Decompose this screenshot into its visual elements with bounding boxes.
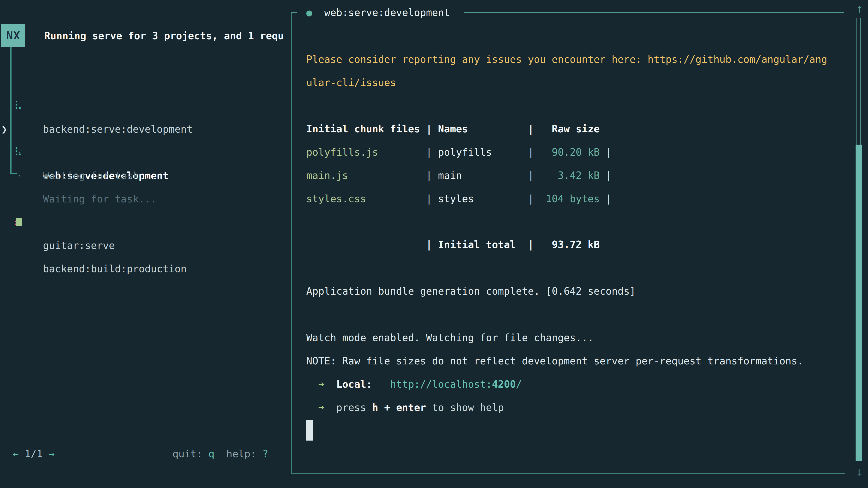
task-label: backend:build:production [43, 257, 187, 281]
sidebar-item-backend-serve[interactable]: ⠧ backend:serve:development [0, 71, 291, 94]
panel-top-border-right [464, 12, 844, 13]
col-header-files: Initial chunk files [306, 117, 426, 140]
table-row: styles.css| styles| 104 bytes | [306, 187, 612, 210]
app-header-text: Running serve for 3 projects, and 1 requ [44, 24, 284, 47]
keyboard-hints: quit: q help: ? [173, 442, 268, 465]
pagination: ← 1/1 → [13, 442, 55, 465]
chunk-file: styles.css [306, 187, 426, 210]
help-hint-label: help: [214, 448, 262, 459]
sidebar-item-guitar-serve[interactable]: ✕ guitar:serve [0, 187, 291, 210]
watch-mode-message: Watch mode enabled. Watching for file ch… [306, 326, 594, 349]
angular-notice-line1: Please consider reporting any issues you… [306, 48, 827, 71]
task-label: guitar:serve [43, 234, 115, 257]
table-row: main.js| main| 3.42 kB | [306, 164, 612, 187]
table-row: polyfills.js| polyfills| 90.20 kB | [306, 140, 612, 164]
task-sidebar: NX Running serve for 3 projects, and 1 r… [0, 0, 291, 488]
initial-total-row: | Initial total| 93.72 kB [306, 233, 600, 256]
waiting-dot-icon: · [16, 164, 22, 187]
col-header-size: Raw size [540, 117, 600, 140]
port-number: 4200 [492, 379, 516, 390]
sidebar-item-backend-build[interactable]: backend:build:production [0, 210, 291, 234]
help-hint-line: ➜ press h + enter to show help [306, 396, 504, 419]
scrollbar-track[interactable] [857, 18, 861, 144]
chunk-file: polyfills.js [306, 140, 426, 164]
scrollbar-thumb[interactable] [856, 144, 862, 461]
sidebar-item-web-serve[interactable]: ❯ ⠧ web:serve:development [0, 94, 291, 118]
bundle-complete-message: Application bundle generation complete. … [306, 280, 636, 303]
chunk-size: 3.42 kB [540, 164, 600, 187]
terminal-cursor [306, 420, 313, 441]
page-left-icon[interactable]: ← [13, 448, 19, 459]
chunk-name: polyfills [438, 140, 528, 164]
help-prefix: press [336, 402, 372, 413]
total-label: Initial total [438, 233, 528, 256]
quit-hint-label: quit: [173, 448, 209, 459]
prompt-arrow-icon: ➜ [318, 402, 324, 413]
scroll-down-icon[interactable]: ↓ [854, 465, 865, 479]
chunk-size: 90.20 kB [540, 140, 600, 164]
help-suffix: to show help [426, 402, 504, 413]
task-status-dot-icon: ● [306, 7, 312, 18]
scroll-up-icon[interactable]: ↑ [854, 2, 865, 15]
help-key: ? [262, 448, 268, 459]
quit-key: q [209, 448, 215, 459]
raw-size-note: NOTE: Raw file sizes do not reflect deve… [306, 349, 803, 372]
page-right-icon[interactable]: → [49, 448, 55, 459]
col-header-names: Names [438, 117, 528, 140]
total-size: 93.72 kB [540, 233, 600, 256]
prompt-arrow-icon: ➜ [318, 379, 324, 390]
page-indicator: 1/1 [25, 448, 42, 459]
chunk-size: 104 bytes [540, 187, 600, 210]
task-success-icon [16, 218, 22, 226]
chunk-name: styles [438, 187, 528, 210]
angular-notice-line2: ular-cli/issues [306, 71, 396, 94]
localhost-link[interactable]: http://localhost:4200/ [390, 379, 522, 390]
local-label: Local: [336, 379, 372, 390]
chunk-table-header: Initial chunk files| Names| Raw size [306, 117, 600, 140]
sidebar-item-waiting-2[interactable]: · Waiting for task... [0, 141, 291, 164]
task-label: Waiting for task... [43, 164, 157, 187]
chunk-file: main.js [306, 164, 426, 187]
local-server-line: ➜ Local: http://localhost:4200/ [306, 372, 522, 396]
panel-title-text: web:serve:development [324, 7, 450, 18]
panel-top-border-left [291, 12, 297, 13]
help-keys: h + enter [372, 402, 426, 413]
chunk-name: main [438, 164, 528, 187]
panel-title[interactable]: ● web:serve:development [306, 1, 450, 24]
sidebar-item-waiting-1[interactable]: · Waiting for task... [0, 118, 291, 141]
nx-logo: NX [1, 24, 25, 47]
